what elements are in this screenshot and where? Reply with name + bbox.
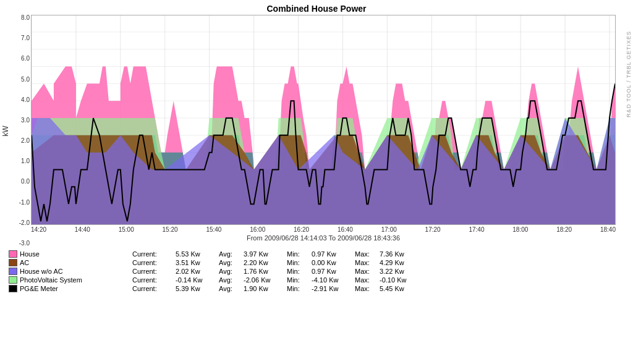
meter-avg-label: Avg: <box>219 285 244 292</box>
legend-row-pv: PhotoVoltaic System Current: -0.14 Kw Av… <box>9 276 627 284</box>
pv-avg-label: Avg: <box>219 276 244 284</box>
ac-current-label: Current: <box>132 259 176 266</box>
house-avg-val: 3.97 Kw <box>244 250 287 258</box>
meter-current-val: 5.39 Kw <box>176 285 219 292</box>
house-min-label: Min: <box>287 250 312 258</box>
x-label-1540: 15:40 <box>206 226 221 233</box>
ac-avg-label: Avg: <box>219 259 244 266</box>
legend-item-house: House <box>9 250 132 258</box>
pv-max-val: -0.10 Kw <box>380 276 423 284</box>
ac-color <box>9 259 17 266</box>
date-range-label: From 2009/06/28 14:14:03 To 2009/06/28 1… <box>31 234 616 242</box>
x-label-1700: 17:00 <box>381 226 397 233</box>
ac-min-val: 0.00 Kw <box>312 259 355 266</box>
meter-current-label: Current: <box>132 285 176 292</box>
housewoac-label: House w/o AC <box>20 268 63 275</box>
y-label-n3: -3.0 <box>19 240 30 247</box>
pv-min-val: -4.10 Kw <box>312 276 355 284</box>
housewoac-min-label: Min: <box>287 268 312 275</box>
x-label-1440: 14:40 <box>75 226 90 233</box>
y-axis-title: kW <box>1 125 10 136</box>
pv-current-val: -0.14 Kw <box>176 276 219 284</box>
chart-area: 8.0 7.0 6.0 5.0 4.0 3.0 2.0 1.0 0.0 -1.0… <box>31 15 616 247</box>
legend-item-housewoac: House w/o AC <box>9 268 132 275</box>
meter-min-label: Min: <box>287 285 312 292</box>
meter-min-val: -2.91 Kw <box>312 285 355 292</box>
legend-row-housewoac: House w/o AC Current: 2.02 Kw Avg: 1.76 … <box>9 268 627 275</box>
x-label-1600: 16:00 <box>250 226 265 233</box>
ac-max-val: 4.29 Kw <box>380 259 423 266</box>
house-current-val: 5.53 Kw <box>176 250 219 258</box>
x-label-1500: 15:00 <box>119 226 134 233</box>
housewoac-current-label: Current: <box>132 268 176 275</box>
housewoac-current-val: 2.02 Kw <box>176 268 219 275</box>
meter-max-label: Max: <box>355 285 380 292</box>
housewoac-max-label: Max: <box>355 268 380 275</box>
meter-label: PG&E Meter <box>20 285 58 292</box>
house-min-val: 0.97 Kw <box>312 250 355 258</box>
y-label-3: 3.0 <box>21 117 30 124</box>
house-avg-label: Avg: <box>219 250 244 258</box>
sidebar-text: R&D TOOL / TRBL GETIXES <box>626 31 632 117</box>
ac-max-label: Max: <box>355 259 380 266</box>
pv-max-label: Max: <box>355 276 380 284</box>
y-label-7: 7.0 <box>21 35 30 41</box>
pv-min-label: Min: <box>287 276 312 284</box>
legend-row-house: House Current: 5.53 Kw Avg: 3.97 Kw Min:… <box>9 250 627 258</box>
x-axis: 14:20 14:40 15:00 15:20 15:40 16:00 16:2… <box>31 226 616 233</box>
housewoac-avg-val: 1.76 Kw <box>244 268 287 275</box>
chart-svg <box>31 15 616 225</box>
housewoac-max-val: 3.22 Kw <box>380 268 423 275</box>
x-label-1520: 15:20 <box>163 226 178 233</box>
pv-color <box>9 276 17 284</box>
legend-item-ac: AC <box>9 259 132 266</box>
legend: House Current: 5.53 Kw Avg: 3.97 Kw Min:… <box>9 250 627 292</box>
y-label-5: 5.0 <box>21 77 30 83</box>
legend-row-ac: AC Current: 3.51 Kw Avg: 2.20 Kw Min: 0.… <box>9 259 627 266</box>
x-label-1840: 18:40 <box>600 226 616 233</box>
y-label-4: 4.0 <box>21 97 30 103</box>
y-label-0: 0.0 <box>21 179 30 185</box>
house-max-label: Max: <box>355 250 380 258</box>
meter-avg-val: 1.90 Kw <box>244 285 287 292</box>
pv-avg-val: -2.06 Kw <box>244 276 287 284</box>
legend-item-meter: PG&E Meter <box>9 285 132 292</box>
x-label-1800: 18:00 <box>512 226 528 233</box>
meter-color <box>9 285 17 292</box>
ac-current-val: 3.51 Kw <box>176 259 219 266</box>
housewoac-color <box>9 268 17 275</box>
ac-avg-val: 2.20 Kw <box>244 259 287 266</box>
x-label-1820: 18:20 <box>556 226 572 233</box>
y-label-n1: -1.0 <box>19 200 30 206</box>
housewoac-min-val: 0.97 Kw <box>312 268 355 275</box>
x-label-1420: 14:20 <box>31 226 46 233</box>
y-label-n2: -2.0 <box>19 220 30 226</box>
pv-label: PhotoVoltaic System <box>20 276 82 284</box>
housewoac-avg-label: Avg: <box>219 268 244 275</box>
house-color <box>9 250 17 258</box>
house-label: House <box>20 250 40 258</box>
meter-max-val: 5.45 Kw <box>380 285 423 292</box>
legend-item-pv: PhotoVoltaic System <box>9 276 132 284</box>
pv-current-label: Current: <box>132 276 176 284</box>
ac-label: AC <box>20 259 29 266</box>
y-label-2: 2.0 <box>21 138 30 144</box>
x-label-1740: 17:40 <box>469 226 484 233</box>
ac-min-label: Min: <box>287 259 312 266</box>
y-label-8: 8.0 <box>21 15 30 21</box>
y-label-1: 1.0 <box>21 158 30 164</box>
house-current-label: Current: <box>132 250 176 258</box>
chart-container: Combined House Power 8.0 7.0 6.0 5.0 4.0… <box>0 0 633 364</box>
legend-row-meter: PG&E Meter Current: 5.39 Kw Avg: 1.90 Kw… <box>9 285 627 292</box>
y-label-6: 6.0 <box>21 56 30 62</box>
house-max-val: 7.36 Kw <box>380 250 423 258</box>
x-label-1620: 16:20 <box>294 226 309 233</box>
chart-title: Combined House Power <box>0 0 633 14</box>
x-label-1640: 16:40 <box>338 226 353 233</box>
x-label-1720: 17:20 <box>425 226 441 233</box>
